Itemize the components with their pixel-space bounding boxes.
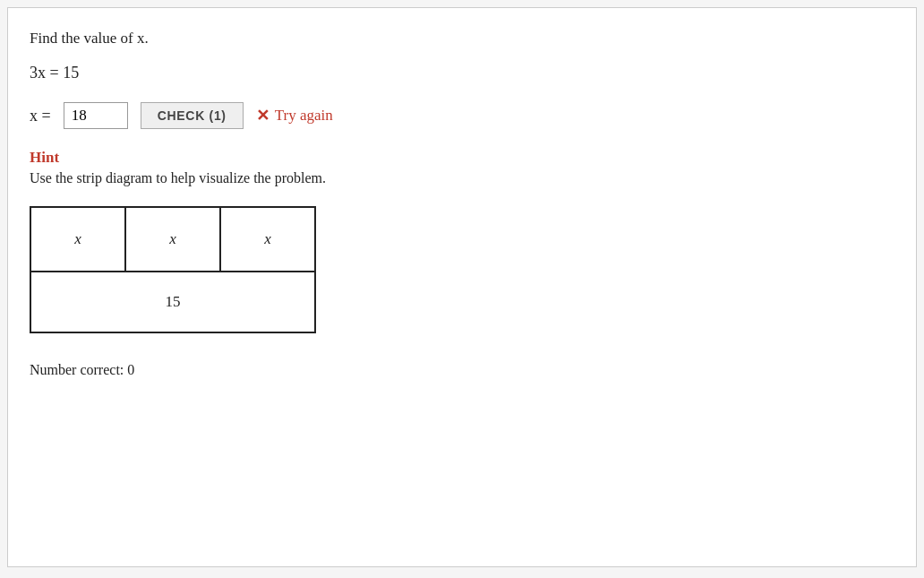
try-again-label: Try again — [275, 107, 333, 125]
strip-top-row: x x x — [30, 206, 316, 271]
check-button[interactable]: CHECK (1) — [141, 102, 244, 129]
strip-cell-3: x — [221, 208, 314, 271]
answer-input[interactable] — [64, 102, 128, 129]
strip-cell-1: x — [31, 208, 126, 271]
problem-title: Find the value of x. — [30, 30, 894, 47]
x-icon: ✕ — [256, 106, 270, 125]
answer-row: x = CHECK (1) ✕ Try again — [30, 102, 894, 129]
hint-label: Hint — [30, 149, 894, 167]
hint-section: Hint Use the strip diagram to help visua… — [30, 149, 894, 186]
number-correct: Number correct: 0 — [30, 362, 894, 378]
equation: 3x = 15 — [30, 64, 894, 82]
answer-label: x = — [30, 107, 51, 125]
hint-text: Use the strip diagram to help visualize … — [30, 170, 894, 186]
try-again-feedback: ✕ Try again — [256, 106, 333, 125]
strip-cell-2: x — [126, 208, 221, 271]
page-container: Find the value of x. 3x = 15 x = CHECK (… — [7, 7, 917, 567]
strip-bottom-row: 15 — [30, 271, 316, 333]
strip-diagram: x x x 15 — [30, 206, 316, 333]
